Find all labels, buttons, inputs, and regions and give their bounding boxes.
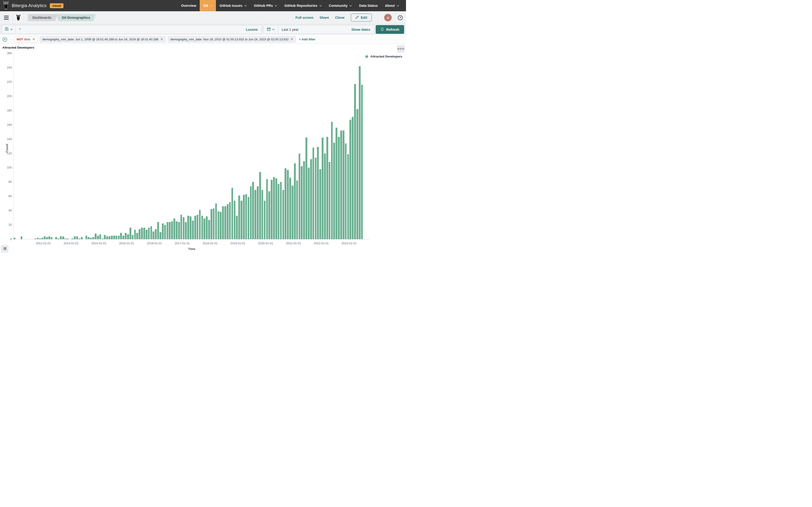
bar-2017-01[interactable] [183, 217, 185, 239]
bar-2011-11[interactable] [39, 238, 41, 239]
breadcrumb-dashboards[interactable]: Dashboards [28, 14, 58, 21]
bar-2016-11[interactable] [178, 222, 180, 239]
full-screen-button[interactable]: Full screen [295, 16, 313, 19]
bar-2013-08[interactable] [88, 237, 90, 239]
bar-2022-04[interactable] [329, 162, 331, 239]
bar-2015-10[interactable] [148, 228, 150, 239]
bar-2016-07[interactable] [169, 222, 170, 239]
bar-2017-08[interactable] [199, 210, 201, 239]
bar-2014-11[interactable] [122, 236, 124, 239]
share-button[interactable]: Share [319, 16, 329, 19]
bar-2022-07[interactable] [336, 128, 338, 239]
bar-2013-05[interactable] [81, 237, 83, 239]
bar-2022-08[interactable] [338, 137, 340, 239]
bar-2016-06[interactable] [166, 222, 168, 239]
bar-2011-12[interactable] [41, 238, 43, 239]
bar-2023-01[interactable] [349, 120, 351, 239]
bar-2013-11[interactable] [95, 233, 97, 239]
bar-2013-03[interactable] [76, 236, 78, 239]
bar-2016-04[interactable] [162, 223, 164, 239]
bar-2021-05[interactable] [303, 161, 305, 239]
bar-2012-06[interactable] [55, 237, 57, 239]
bar-2023-05[interactable] [359, 66, 361, 239]
bar-2019-12[interactable] [264, 201, 266, 239]
bar-2015-12[interactable] [152, 231, 154, 239]
bar-2011-03[interactable] [21, 236, 22, 239]
bar-2014-05[interactable] [109, 236, 110, 239]
bar-2014-08[interactable] [116, 236, 117, 239]
bar-2017-02[interactable] [185, 222, 187, 239]
panel-options-button[interactable] [397, 45, 405, 53]
remove-filter-icon[interactable]: ✕ [32, 38, 35, 41]
bar-2018-10[interactable] [232, 188, 233, 239]
bar-2016-12[interactable] [181, 215, 182, 239]
bar-2017-03[interactable] [187, 216, 189, 239]
top-nav-item-github-repositories[interactable]: GitHub Repositories [281, 0, 325, 11]
bar-2015-11[interactable] [150, 226, 152, 239]
add-filter-button[interactable]: + Add filter [299, 38, 315, 41]
bar-2019-08[interactable] [254, 190, 256, 239]
breadcrumb-current-page[interactable]: Git Demographics [56, 14, 96, 21]
bar-2021-09[interactable] [312, 148, 314, 239]
bar-2019-09[interactable] [257, 186, 259, 239]
top-nav-item-data-status[interactable]: Data Status [355, 0, 381, 11]
top-nav-item-github-issues[interactable]: GitHub Issues [216, 0, 250, 11]
bar-2021-03[interactable] [299, 154, 301, 239]
bar-2012-07[interactable] [58, 238, 59, 239]
bar-2015-03[interactable] [132, 235, 134, 239]
bar-2018-01[interactable] [210, 209, 212, 239]
bar-2016-02[interactable] [157, 222, 159, 239]
bar-2022-11[interactable] [345, 144, 347, 239]
bar-2020-01[interactable] [266, 179, 268, 239]
bar-2022-05[interactable] [331, 122, 333, 239]
top-nav-item-github-prs[interactable]: GitHub PRs [250, 0, 281, 11]
bar-2018-12[interactable] [236, 216, 238, 239]
bar-2020-11[interactable] [289, 178, 291, 239]
bar-2015-01[interactable] [127, 234, 129, 239]
bar-2020-05[interactable] [275, 178, 277, 239]
bar-2015-04[interactable] [134, 230, 136, 239]
top-nav-item-about[interactable]: About [381, 0, 403, 11]
top-nav-item-git[interactable]: Git [200, 0, 216, 11]
bar-2022-09[interactable] [340, 130, 342, 239]
bar-2013-01[interactable] [71, 238, 73, 239]
bar-2019-03[interactable] [243, 195, 245, 239]
bar-2020-04[interactable] [273, 177, 275, 239]
bar-2018-09[interactable] [229, 202, 231, 239]
bar-2020-08[interactable] [283, 190, 284, 239]
search-input[interactable]: * [16, 28, 242, 32]
filter-chip[interactable]: NOTBots✕ [14, 36, 38, 42]
bar-2018-02[interactable] [213, 209, 215, 239]
bar-2018-11[interactable] [234, 201, 236, 239]
bar-2013-12[interactable] [97, 236, 99, 239]
refresh-button[interactable]: Refresh [376, 25, 404, 34]
bar-2018-05[interactable] [220, 212, 221, 239]
bar-2023-02[interactable] [352, 117, 354, 239]
bar-2018-04[interactable] [217, 211, 219, 239]
saved-query-menu-button[interactable] [2, 25, 16, 34]
bar-2017-04[interactable] [190, 216, 192, 239]
bar-2019-10[interactable] [259, 172, 261, 239]
bar-2021-06[interactable] [305, 137, 307, 239]
bar-2017-06[interactable] [194, 216, 196, 239]
bar-2020-12[interactable] [292, 186, 294, 239]
bar-2019-01[interactable] [238, 195, 240, 239]
owl-logo-small-icon[interactable] [13, 11, 24, 24]
bar-2016-10[interactable] [176, 221, 177, 239]
bar-2019-02[interactable] [241, 201, 243, 239]
bar-2011-10[interactable] [37, 238, 39, 239]
filter-chip[interactable]: demography_min_date: Nov 16, 2010 @ 01:0… [168, 36, 296, 42]
bar-2022-12[interactable] [347, 154, 349, 239]
bar-2012-03[interactable] [48, 236, 50, 239]
bar-2020-06[interactable] [278, 184, 280, 239]
bar-2018-07[interactable] [224, 206, 226, 239]
bar-2022-03[interactable] [326, 137, 328, 239]
bar-2020-10[interactable] [287, 170, 289, 239]
bar-2012-08[interactable] [60, 236, 62, 239]
bar-2021-10[interactable] [315, 158, 317, 239]
bar-2019-06[interactable] [250, 186, 252, 239]
bar-2021-01[interactable] [294, 163, 296, 239]
bar-2010-12[interactable] [14, 238, 15, 239]
legend-item[interactable]: Attracted Developers [365, 55, 402, 58]
bar-2012-09[interactable] [62, 236, 64, 239]
